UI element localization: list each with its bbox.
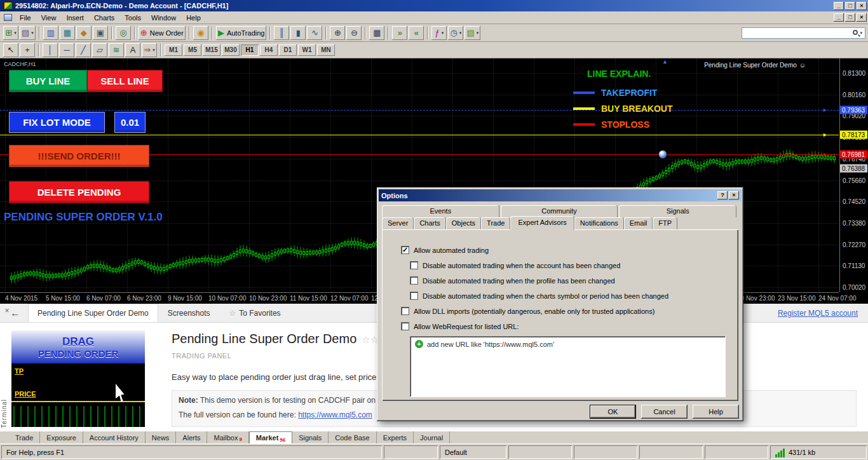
price-scale[interactable]: 0.813000.801600.790200.778800.767400.756… bbox=[839, 58, 868, 292]
toolbar-terminal-window-button[interactable]: ▣ bbox=[93, 26, 108, 40]
toolbar-metaeditor-button[interactable]: ◉ bbox=[193, 26, 208, 40]
chart-restore-button[interactable]: □ bbox=[845, 13, 855, 22]
dialog-help-button[interactable]: ? bbox=[717, 191, 728, 200]
terminal-tab-alerts[interactable]: Alerts bbox=[176, 431, 207, 443]
toolbar-arrow-objects-button[interactable]: ⇒▾ bbox=[142, 43, 157, 57]
toolbar-line-chart-mode-button[interactable]: ∿ bbox=[307, 26, 322, 40]
timeframe-h1-button[interactable]: H1 bbox=[241, 44, 259, 56]
dialog-tab-notifications[interactable]: Notifications bbox=[574, 217, 624, 229]
dialog-tab-email[interactable]: Email bbox=[624, 217, 653, 229]
dialog-tab-expert-advisors[interactable]: Expert Advisors bbox=[510, 216, 574, 229]
sell-line-button[interactable]: SELL LINE bbox=[87, 70, 163, 92]
restore-button[interactable]: □ bbox=[845, 2, 855, 10]
timeframe-m30-button[interactable]: M30 bbox=[222, 44, 240, 56]
dialog-tab-trade[interactable]: Trade bbox=[481, 217, 510, 229]
dialog-tab-ftp[interactable]: FTP bbox=[653, 217, 677, 229]
terminal-tab-exposure[interactable]: Exposure bbox=[40, 431, 83, 443]
buy-line-button[interactable]: BUY LINE bbox=[9, 70, 87, 92]
ok-button[interactable]: OK bbox=[590, 405, 636, 419]
menu-insert[interactable]: Insert bbox=[61, 12, 89, 24]
back-button[interactable]: ← bbox=[10, 308, 20, 319]
product-thumbnail[interactable]: DRAG PENDING ORDER TP PRICE bbox=[11, 330, 145, 427]
toolbar-cursor-button[interactable]: ↖ bbox=[3, 43, 18, 57]
menu-view[interactable]: View bbox=[36, 12, 62, 24]
terminal-close-icon[interactable]: × bbox=[3, 306, 11, 315]
chart-line-buy-breakout[interactable] bbox=[0, 135, 839, 135]
toolbar-bar-chart-mode-button[interactable]: ║ bbox=[274, 26, 289, 40]
toolbar-vertical-line-button[interactable]: │ bbox=[43, 43, 58, 57]
webrequest-url-listbox[interactable]: +add new URL like 'https://www.mql5.com' bbox=[410, 336, 726, 397]
toolbar-text-label-button[interactable]: A bbox=[125, 43, 140, 57]
toolbar-templates-button[interactable]: ▤▾ bbox=[465, 26, 480, 40]
toolbar-data-window-button[interactable]: ▦ bbox=[60, 26, 75, 40]
toolbar-candlestick-mode-button[interactable]: ▮ bbox=[290, 26, 306, 40]
toolbar-autotrading-button[interactable]: ▶AutoTrading bbox=[216, 26, 267, 40]
dialog-tab-signals[interactable]: Signals bbox=[619, 205, 736, 217]
timeframe-m15-button[interactable]: M15 bbox=[203, 44, 220, 56]
toolbar-fibonacci-button[interactable]: ≋ bbox=[109, 43, 124, 57]
timeframe-m5-button[interactable]: M5 bbox=[184, 44, 201, 56]
toolbar-zoom-out-button[interactable]: ⊖ bbox=[346, 26, 362, 40]
terminal-tab-mailbox[interactable]: Mailbox9 bbox=[207, 431, 248, 443]
terminal-tab-journal[interactable]: Journal bbox=[414, 431, 450, 443]
statusbar-profile[interactable]: Default bbox=[440, 445, 506, 459]
search-icon[interactable] bbox=[853, 30, 858, 35]
toolbar-chart-shift-button[interactable]: « bbox=[409, 26, 424, 40]
terminal-tab-signals[interactable]: Signals bbox=[292, 431, 329, 443]
market-tab-to-favorites[interactable]: ☆To Favorites bbox=[219, 304, 290, 322]
cancel-button[interactable]: Cancel bbox=[641, 405, 688, 419]
timeframe-mn-button[interactable]: MN bbox=[317, 44, 335, 56]
toolbar-navigator-button[interactable]: ◆ bbox=[76, 26, 92, 40]
checkbox-allow-webrequest-for-listed-url[interactable]: Allow WebRequest for listed URL: bbox=[401, 322, 519, 330]
toolbar-crosshair-button[interactable]: + bbox=[20, 43, 35, 57]
toolbar-equidistant-channel-button[interactable]: ▱ bbox=[92, 43, 107, 57]
toolbar-new-order-button[interactable]: ⊕New Order bbox=[139, 26, 186, 40]
send-order-button[interactable]: !!!SEND ORDER!!! bbox=[9, 145, 149, 167]
terminal-tab-news[interactable]: News bbox=[146, 431, 177, 443]
menu-window[interactable]: Window bbox=[146, 12, 181, 24]
register-mql5-link[interactable]: Register MQL5 account bbox=[778, 309, 858, 318]
dialog-tab-server[interactable]: Server bbox=[382, 217, 414, 229]
terminal-tab-trade[interactable]: Trade bbox=[9, 431, 40, 443]
dialog-titlebar[interactable]: Options ? × bbox=[379, 189, 742, 201]
toolbar-horizontal-line-button[interactable]: ─ bbox=[59, 43, 74, 57]
menu-charts[interactable]: Charts bbox=[89, 12, 119, 24]
close-button[interactable]: × bbox=[857, 2, 867, 10]
checkbox-allow-dll-imports-potentially-dangerous-enable-only-for-trusted-applications[interactable]: Allow DLL imports (potentially dangerous… bbox=[401, 307, 654, 315]
search-input[interactable] bbox=[745, 29, 851, 37]
market-tab-screenshots[interactable]: Screenshots bbox=[158, 304, 220, 322]
timeframe-m1-button[interactable]: M1 bbox=[165, 44, 182, 56]
mql5-link[interactable]: https://www.mql5.com bbox=[298, 410, 372, 419]
checkbox-allow-automated-trading[interactable]: ✓Allow automated trading bbox=[401, 246, 489, 254]
checkbox-disable-automated-trading-when-the-charts-symbol-or-period-has-been-changed[interactable]: Disable automated trading when the chart… bbox=[410, 292, 668, 300]
search-dropdown-caret-icon[interactable]: ▾ bbox=[860, 30, 862, 36]
toolbar-profiles-button[interactable]: ▤▾ bbox=[20, 26, 36, 40]
terminal-tab-market[interactable]: Market56 bbox=[249, 431, 292, 443]
checkbox-disable-automated-trading-when-the-account-has-been-changed[interactable]: Disable automated trading when the accou… bbox=[410, 261, 620, 269]
terminal-tab-experts[interactable]: Experts bbox=[377, 431, 414, 443]
terminal-tab-code-base[interactable]: Code Base bbox=[329, 431, 376, 443]
chart-minimize-button[interactable]: _ bbox=[834, 13, 844, 22]
dialog-close-button[interactable]: × bbox=[729, 191, 739, 200]
fix-lot-mode-button[interactable]: FIX LOT MODE bbox=[9, 112, 105, 133]
help-button[interactable]: Help bbox=[693, 405, 739, 419]
drag-price-handle[interactable] bbox=[658, 150, 667, 159]
lot-value-button[interactable]: 0.01 bbox=[114, 112, 146, 133]
toolbar-tile-windows-button[interactable]: ▦ bbox=[369, 26, 384, 40]
timeframe-d1-button[interactable]: D1 bbox=[279, 44, 297, 56]
timeframe-w1-button[interactable]: W1 bbox=[298, 44, 316, 56]
menu-file[interactable]: File bbox=[15, 12, 36, 24]
menu-tools[interactable]: Tools bbox=[119, 12, 146, 24]
timeframe-h4-button[interactable]: H4 bbox=[260, 44, 278, 56]
chart-line-takeprofit[interactable] bbox=[0, 110, 839, 111]
checkbox-disable-automated-trading-when-the-profile-has-been-changed[interactable]: Disable automated trading when the profi… bbox=[410, 276, 615, 285]
toolbar-strategy-tester-button[interactable]: ◎ bbox=[116, 26, 131, 40]
delete-pending-button[interactable]: DELETE PENDING bbox=[9, 181, 149, 203]
url-list-item[interactable]: +add new URL like 'https://www.mql5.com' bbox=[415, 340, 721, 348]
toolbar-periods-button[interactable]: ◷▾ bbox=[448, 26, 463, 40]
toolbar-new-chart-button[interactable]: ⊞▾ bbox=[3, 26, 18, 40]
expert-smiley-icon[interactable]: ☺ bbox=[799, 62, 806, 69]
market-tab-pending-line-super-order-demo[interactable]: Pending Line Super Order Demo bbox=[28, 304, 158, 322]
toolbar-market-watch-button[interactable]: ▥ bbox=[43, 26, 58, 40]
toolbar-trendline-button[interactable]: ╱ bbox=[76, 43, 91, 57]
